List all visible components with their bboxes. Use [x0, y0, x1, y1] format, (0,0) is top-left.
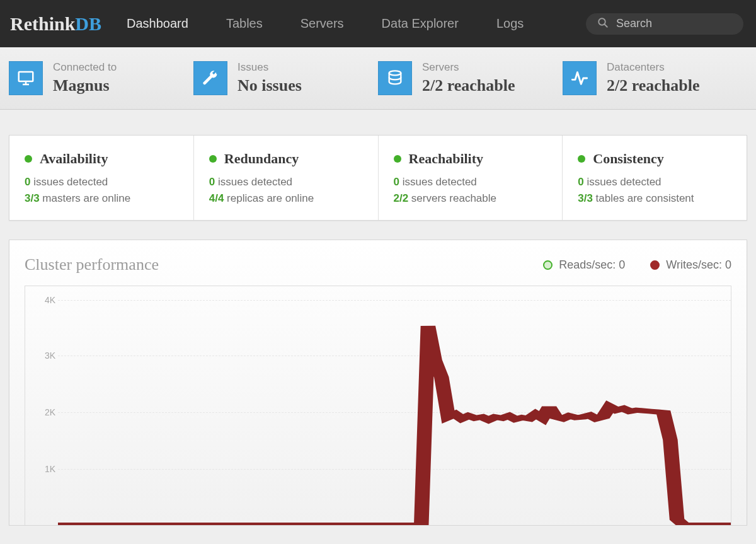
- status-strip: Connected to Magnus Issues No issues Ser…: [0, 47, 756, 110]
- ytick-3k: 3K: [25, 350, 55, 361]
- card-redundancy-line2: 4/4 replicas are online: [209, 192, 365, 205]
- card-availability-line2: 3/3 masters are online: [25, 192, 181, 205]
- card-redundancy-line1: 0 issues detected: [209, 176, 365, 188]
- performance-header: Cluster performance Reads/sec: 0 Writes/…: [25, 255, 731, 274]
- performance-title: Cluster performance: [25, 255, 159, 274]
- nav-items: Dashboard Tables Servers Data Explorer L…: [127, 16, 524, 31]
- card-consistency-line1: 0 issues detected: [578, 176, 734, 188]
- status-connected-label: Connected to: [53, 61, 117, 74]
- search-icon: [597, 17, 616, 31]
- status-dot-icon: [25, 155, 32, 163]
- card-consistency: Consistency 0 issues detected 3/3 tables…: [563, 136, 747, 220]
- status-datacenters: Datacenters 2/2 reachable: [563, 61, 747, 95]
- search-wrap[interactable]: [586, 13, 743, 35]
- status-dot-icon: [578, 155, 585, 163]
- database-icon: [378, 61, 412, 95]
- ytick-4k: 4K: [25, 295, 55, 305]
- health-row: Availability 0 issues detected 3/3 maste…: [9, 135, 747, 221]
- card-redundancy: Redundancy 0 issues detected 4/4 replica…: [194, 136, 379, 220]
- ytick-1k: 1K: [25, 464, 55, 474]
- activity-icon: [563, 61, 597, 95]
- status-servers: Servers 2/2 reachable: [378, 61, 563, 95]
- card-availability-title: Availability: [40, 151, 108, 167]
- top-navbar: RethinkDB Dashboard Tables Servers Data …: [0, 0, 756, 47]
- performance-chart: 4K 3K 2K 1K: [25, 286, 731, 525]
- svg-line-1: [604, 24, 607, 27]
- card-availability: Availability 0 issues detected 3/3 maste…: [9, 136, 194, 220]
- card-consistency-title: Consistency: [593, 151, 663, 167]
- svg-rect-2: [19, 72, 33, 81]
- search-input[interactable]: [616, 17, 732, 30]
- status-issues-label: Issues: [238, 61, 302, 74]
- legend-reads[interactable]: Reads/sec: 0: [543, 258, 625, 272]
- legend-writes-label: Writes/sec: 0: [666, 258, 731, 272]
- card-redundancy-title: Redundancy: [224, 151, 299, 167]
- card-reachability-line2: 2/2 servers reachable: [394, 192, 550, 205]
- svg-point-5: [389, 71, 401, 75]
- card-reachability-line1: 0 issues detected: [394, 176, 550, 188]
- performance-panel: Cluster performance Reads/sec: 0 Writes/…: [9, 240, 747, 526]
- chart-plot-area: [58, 298, 731, 525]
- ytick-2k: 2K: [25, 407, 55, 417]
- status-issues: Issues No issues: [193, 61, 378, 95]
- logo-text-2: DB: [75, 13, 101, 34]
- nav-data-explorer[interactable]: Data Explorer: [382, 16, 459, 31]
- legend-writes[interactable]: Writes/sec: 0: [650, 258, 731, 272]
- monitor-icon: [9, 61, 43, 95]
- card-reachability-title: Reachability: [409, 151, 484, 167]
- nav-servers[interactable]: Servers: [301, 16, 344, 31]
- status-connected: Connected to Magnus: [9, 61, 193, 95]
- legend-reads-label: Reads/sec: 0: [559, 258, 625, 272]
- status-servers-value: 2/2 reachable: [422, 76, 515, 95]
- nav-dashboard[interactable]: Dashboard: [127, 16, 188, 31]
- app-logo: RethinkDB: [10, 13, 101, 35]
- card-consistency-line2: 3/3 tables are consistent: [578, 192, 734, 205]
- nav-tables[interactable]: Tables: [226, 16, 263, 31]
- status-servers-label: Servers: [422, 61, 515, 74]
- status-dot-icon: [394, 155, 401, 163]
- nav-logs[interactable]: Logs: [496, 16, 524, 31]
- legend-reads-icon: [543, 260, 553, 270]
- status-dot-icon: [209, 155, 217, 163]
- chart-legend: Reads/sec: 0 Writes/sec: 0: [543, 258, 731, 272]
- logo-text-1: Rethink: [10, 13, 75, 34]
- writes-series-line: [58, 326, 731, 525]
- card-availability-line1: 0 issues detected: [25, 176, 181, 188]
- status-datacenters-label: Datacenters: [607, 61, 700, 74]
- status-datacenters-value: 2/2 reachable: [607, 76, 700, 95]
- wrench-icon: [193, 61, 227, 95]
- status-connected-value: Magnus: [53, 76, 117, 95]
- card-reachability: Reachability 0 issues detected 2/2 serve…: [379, 136, 563, 220]
- legend-writes-icon: [650, 260, 660, 270]
- status-issues-value: No issues: [238, 76, 302, 95]
